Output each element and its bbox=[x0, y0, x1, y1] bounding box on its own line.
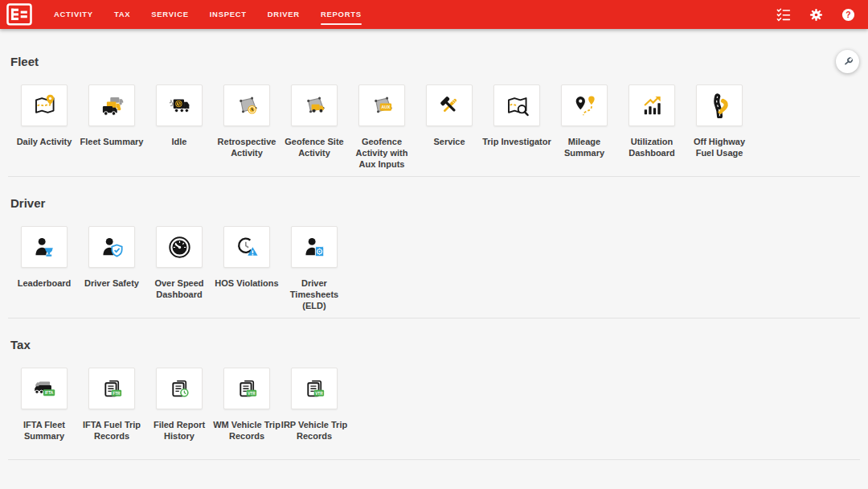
person-shield-icon bbox=[100, 235, 125, 260]
report-tile-label: Idle bbox=[144, 136, 215, 147]
nav-item-service[interactable]: SERVICE bbox=[141, 0, 199, 29]
fleet-trucks-icon bbox=[100, 93, 125, 118]
section-title: Fleet bbox=[10, 55, 858, 68]
report-tile-irp-vehicle-trip-records[interactable]: VTR bbox=[291, 368, 338, 409]
nav-item-tax[interactable]: TAX bbox=[104, 0, 141, 29]
svg-text:VTR: VTR bbox=[315, 391, 323, 395]
report-tile-label: HOS Violations bbox=[211, 277, 282, 289]
report-tile-label: Fleet Summary bbox=[76, 136, 147, 147]
svg-text:VTR: VTR bbox=[248, 391, 256, 395]
document-clock-icon bbox=[167, 376, 192, 401]
report-item-fleet-summary: Fleet Summary bbox=[78, 84, 145, 170]
bar-chart-arrow-icon bbox=[640, 93, 665, 118]
report-tile-off-highway-fuel-usage[interactable] bbox=[696, 84, 743, 126]
report-tile-driver-safety[interactable] bbox=[88, 226, 135, 268]
svg-text:IFTA: IFTA bbox=[44, 390, 53, 394]
tile-row: Daily ActivityFleet SummaryIdleRetrospec… bbox=[10, 84, 858, 170]
report-item-service: Service bbox=[416, 84, 483, 170]
report-tile-label: Leaderboard bbox=[9, 277, 80, 289]
report-tile-label: Driver Safety bbox=[76, 277, 147, 289]
report-item-utilization-dashboard: Utilization Dashboard bbox=[618, 84, 686, 170]
road-fork-icon bbox=[707, 93, 732, 118]
main-nav: ACTIVITYTAXSERVICEINSPECTDRIVERREPORTS bbox=[43, 0, 372, 29]
report-tile-over-speed-dashboard[interactable] bbox=[156, 226, 203, 268]
report-tile-label: IFTA Fuel Trip Records bbox=[76, 419, 147, 442]
report-tile-ifta-fleet-summary[interactable]: IFTA bbox=[21, 368, 68, 409]
truck-clock-icon bbox=[167, 93, 192, 118]
report-tile-hos-violations[interactable] bbox=[223, 226, 270, 268]
reports-page: FleetDaily ActivityFleet SummaryIdleRetr… bbox=[0, 29, 868, 460]
nav-item-reports[interactable]: REPORTS bbox=[310, 0, 372, 29]
report-item-driver-safety: Driver Safety bbox=[78, 226, 145, 311]
report-item-idle: Idle bbox=[145, 84, 213, 170]
report-item-mileage-summary: Mileage Summary bbox=[551, 84, 618, 170]
report-item-driver-timesheets-eld: Driver Timesheets (ELD) bbox=[280, 226, 348, 311]
report-item-leaderboard: Leaderboard bbox=[10, 226, 78, 311]
report-item-over-speed-dashboard: Over Speed Dashboard bbox=[145, 226, 213, 311]
report-item-ifta-fuel-trip-records: FTRIFTA Fuel Trip Records bbox=[78, 368, 145, 453]
nav-item-activity[interactable]: ACTIVITY bbox=[43, 0, 104, 29]
report-item-hos-violations: HOS Violations bbox=[213, 226, 280, 311]
report-tile-mileage-summary[interactable] bbox=[561, 84, 608, 126]
document-badge-icon: VTR bbox=[235, 376, 260, 401]
report-tile-utilization-dashboard[interactable] bbox=[628, 84, 675, 126]
checklist-icon[interactable] bbox=[773, 4, 794, 25]
wrench-icon[interactable] bbox=[836, 50, 859, 73]
trucks-badge-icon: IFTA bbox=[32, 376, 57, 401]
section-title: Driver bbox=[10, 197, 858, 209]
speedometer-icon bbox=[167, 235, 192, 260]
report-tile-fleet-summary[interactable] bbox=[88, 84, 135, 126]
map-pin-icon bbox=[32, 93, 57, 118]
map-magnifier-icon bbox=[505, 93, 530, 118]
report-item-wm-vehicle-trip-records: VTRWM Vehicle Trip Records bbox=[213, 368, 280, 453]
geofence-clock-icon bbox=[235, 93, 260, 118]
report-tile-label: Service bbox=[414, 136, 485, 147]
report-tile-leaderboard[interactable] bbox=[21, 226, 68, 268]
tile-row: LeaderboardDriver SafetyOver Speed Dashb… bbox=[10, 226, 858, 311]
nav-item-inspect[interactable]: INSPECT bbox=[199, 0, 257, 29]
geofence-aux-icon: AUX bbox=[370, 93, 395, 118]
report-tile-wm-vehicle-trip-records[interactable]: VTR bbox=[223, 368, 270, 409]
top-nav-bar: ACTIVITYTAXSERVICEINSPECTDRIVERREPORTS ? bbox=[0, 0, 868, 29]
hammer-tool-icon bbox=[437, 93, 462, 118]
report-item-retrospective-activity: Retrospective Activity bbox=[213, 84, 280, 170]
report-tile-label: Geofence Site Activity bbox=[279, 136, 350, 158]
report-item-ifta-fleet-summary: IFTAIFTA Fleet Summary bbox=[10, 368, 78, 453]
report-item-off-highway-fuel-usage: Off Highway Fuel Usage bbox=[686, 84, 753, 170]
svg-text:FTR: FTR bbox=[113, 391, 121, 395]
eroad-logo-icon bbox=[6, 4, 32, 26]
section-driver: DriverLeaderboardDriver SafetyOver Speed… bbox=[8, 177, 860, 318]
report-tile-trip-investigator[interactable] bbox=[493, 84, 540, 126]
section-tax: TaxIFTAIFTA Fleet SummaryFTRIFTA Fuel Tr… bbox=[8, 318, 860, 460]
report-tile-label: Filed Report History bbox=[144, 419, 215, 442]
help-icon[interactable]: ? bbox=[837, 4, 858, 25]
report-tile-retrospective-activity[interactable] bbox=[223, 84, 270, 126]
report-tile-label: WM Vehicle Trip Records bbox=[211, 419, 282, 442]
report-tile-geofence-activity-with-aux-inputs[interactable]: AUX bbox=[358, 84, 405, 126]
document-badge-icon: VTR bbox=[302, 376, 327, 401]
report-tile-service[interactable] bbox=[426, 84, 473, 126]
tile-row: IFTAIFTA Fleet SummaryFTRIFTA Fuel Trip … bbox=[10, 368, 858, 453]
report-tile-label: IFTA Fleet Summary bbox=[9, 419, 80, 442]
section-title: Tax bbox=[10, 339, 858, 351]
report-tile-label: Mileage Summary bbox=[549, 136, 620, 158]
nav-item-driver[interactable]: DRIVER bbox=[257, 0, 310, 29]
report-tile-daily-activity[interactable] bbox=[21, 84, 68, 126]
report-tile-label: Geofence Activity with Aux Inputs bbox=[346, 136, 417, 170]
report-tile-geofence-site-activity[interactable] bbox=[291, 84, 338, 126]
report-item-trip-investigator: Trip Investigator bbox=[483, 84, 551, 170]
report-item-geofence-site-activity: Geofence Site Activity bbox=[280, 84, 348, 170]
report-tile-filed-report-history[interactable] bbox=[156, 368, 203, 409]
report-tile-ifta-fuel-trip-records[interactable]: FTR bbox=[88, 368, 135, 409]
geofence-truck-icon bbox=[302, 93, 327, 118]
report-tile-label: Off Highway Fuel Usage bbox=[684, 136, 755, 158]
svg-text:?: ? bbox=[845, 10, 850, 19]
topbar-actions: ? bbox=[773, 4, 858, 25]
document-badge-icon: FTR bbox=[100, 376, 125, 401]
report-tile-driver-timesheets-eld[interactable] bbox=[291, 226, 338, 268]
route-pins-icon bbox=[572, 93, 597, 118]
clock-warning-icon bbox=[235, 235, 260, 260]
settings-gear-icon[interactable] bbox=[805, 4, 826, 25]
report-tile-label: IRP Vehicle Trip Records bbox=[279, 419, 350, 442]
report-tile-idle[interactable] bbox=[156, 84, 203, 126]
